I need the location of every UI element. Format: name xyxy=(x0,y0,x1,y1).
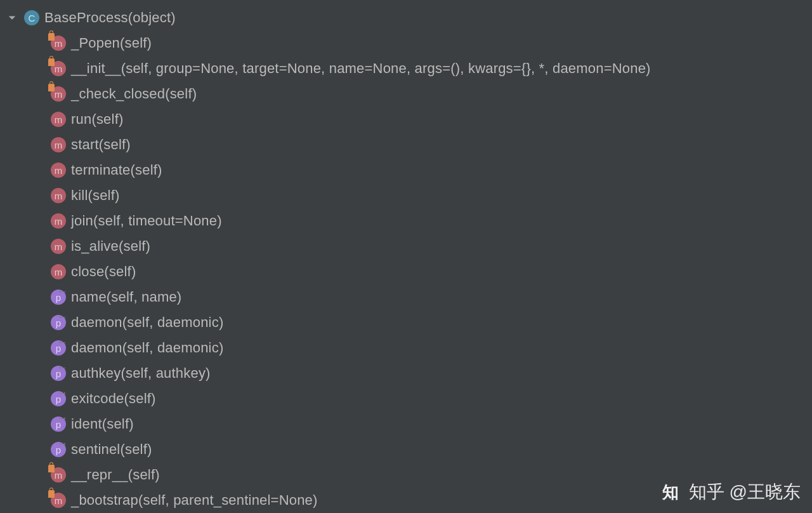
member-label: daemon(self, daemonic) xyxy=(71,340,223,356)
getter-arrow-icon: → xyxy=(57,387,68,398)
property-icon: p→ xyxy=(51,391,66,406)
method-icon: m xyxy=(51,36,66,51)
getter-arrow-icon: → xyxy=(57,413,68,423)
class-row[interactable]: C BaseProcess(object) xyxy=(0,5,812,30)
member-row[interactable]: p→ident(self) xyxy=(0,411,812,437)
member-label: __init__(self, group=None, target=None, … xyxy=(71,60,651,77)
zhihu-icon: 知 xyxy=(658,480,683,504)
member-label: authkey(self, authkey) xyxy=(71,365,211,382)
member-row[interactable]: p←daemon(self, daemonic) xyxy=(0,310,812,335)
member-label: daemon(self, daemonic) xyxy=(71,314,223,331)
member-row[interactable]: p←name(self, name) xyxy=(0,284,812,310)
property-icon: p→ xyxy=(51,442,66,457)
member-label: __repr__(self) xyxy=(71,467,160,483)
property-icon: p← xyxy=(51,366,66,381)
member-label: sentinel(self) xyxy=(71,441,152,458)
lock-icon xyxy=(48,84,55,91)
member-label: _Popen(self) xyxy=(71,35,152,51)
method-icon: m xyxy=(51,61,66,76)
method-icon: m xyxy=(51,163,66,178)
class-icon: C xyxy=(24,10,39,25)
method-icon: m xyxy=(51,493,66,508)
watermark-text: 知乎 @王晓东 xyxy=(689,480,801,504)
member-label: close(self) xyxy=(71,263,136,280)
setter-arrow-icon: ← xyxy=(57,286,68,296)
member-row[interactable]: p→sentinel(self) xyxy=(0,437,812,462)
member-label: _check_closed(self) xyxy=(71,86,197,102)
lock-icon xyxy=(48,465,55,472)
property-icon: p→ xyxy=(51,416,66,432)
member-row[interactable]: p←daemon(self, daemonic) xyxy=(0,335,812,361)
class-label: BaseProcess(object) xyxy=(44,10,176,26)
member-label: name(self, name) xyxy=(71,289,181,305)
setter-arrow-icon: ← xyxy=(57,336,68,347)
member-row[interactable]: p←authkey(self, authkey) xyxy=(0,361,812,386)
member-row[interactable]: mrun(self) xyxy=(0,107,812,132)
member-row[interactable]: mkill(self) xyxy=(0,183,812,208)
chevron-down-icon[interactable] xyxy=(6,12,18,23)
lock-icon xyxy=(48,58,55,66)
watermark: 知 知乎 @王晓东 xyxy=(658,480,801,504)
member-row[interactable]: m__init__(self, group=None, target=None,… xyxy=(0,56,812,81)
member-row[interactable]: mclose(self) xyxy=(0,259,812,284)
method-icon: m xyxy=(51,264,66,279)
member-label: join(self, timeout=None) xyxy=(71,213,222,229)
method-icon: m xyxy=(51,467,66,483)
member-label: _bootstrap(self, parent_sentinel=None) xyxy=(71,492,318,509)
setter-arrow-icon: ← xyxy=(57,311,68,322)
property-icon: p← xyxy=(51,340,66,356)
member-label: is_alive(self) xyxy=(71,238,150,255)
member-row[interactable]: mjoin(self, timeout=None) xyxy=(0,208,812,234)
member-label: terminate(self) xyxy=(71,162,162,178)
member-label: exitcode(self) xyxy=(71,390,156,407)
member-row[interactable]: p→exitcode(self) xyxy=(0,386,812,411)
member-row[interactable]: m_Popen(self) xyxy=(0,30,812,56)
method-icon: m xyxy=(51,239,66,254)
structure-tree: C BaseProcess(object) m_Popen(self)m__in… xyxy=(0,0,812,513)
member-row[interactable]: mis_alive(self) xyxy=(0,234,812,259)
member-row[interactable]: m_check_closed(self) xyxy=(0,81,812,107)
method-icon: m xyxy=(51,188,66,203)
method-icon: m xyxy=(51,86,66,102)
lock-icon xyxy=(48,33,55,41)
member-label: ident(self) xyxy=(71,416,134,432)
method-icon: m xyxy=(51,112,66,127)
member-label: kill(self) xyxy=(71,187,120,204)
property-icon: p← xyxy=(51,315,66,330)
member-row[interactable]: mterminate(self) xyxy=(0,157,812,183)
lock-icon xyxy=(48,490,55,498)
method-icon: m xyxy=(51,137,66,152)
member-row[interactable]: mstart(self) xyxy=(0,132,812,157)
property-icon: p← xyxy=(51,290,66,305)
member-label: start(self) xyxy=(71,137,131,153)
setter-arrow-icon: ← xyxy=(57,362,68,373)
method-icon: m xyxy=(51,213,66,229)
getter-arrow-icon: → xyxy=(57,438,68,449)
member-label: run(self) xyxy=(71,111,124,128)
